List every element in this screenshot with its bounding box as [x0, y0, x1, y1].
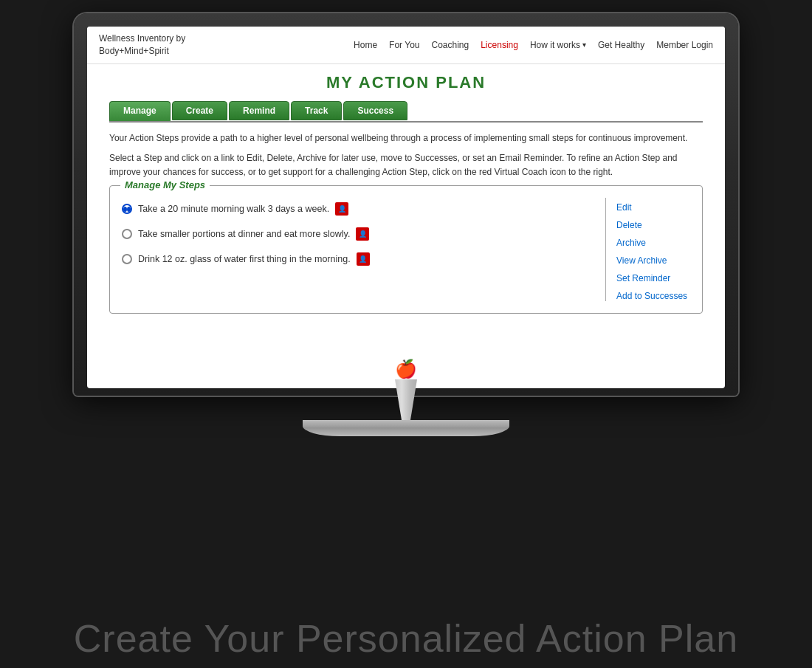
monitor-neck [369, 379, 443, 420]
monitor: Wellness Inventory by Body+Mind+Spirit H… [74, 13, 738, 436]
coach-icon-2[interactable]: 👤 [356, 227, 369, 241]
coach-icon-3[interactable]: 👤 [357, 252, 370, 266]
tab-manage[interactable]: Manage [109, 101, 171, 121]
main-content: MY ACTION PLAN Manage Create Remind Trac… [87, 64, 725, 323]
nav-coaching[interactable]: Coaching [431, 40, 469, 50]
tab-track[interactable]: Track [291, 101, 342, 120]
tab-create[interactable]: Create [172, 101, 227, 120]
step-radio-2[interactable] [122, 229, 132, 239]
nav-how-it-works[interactable]: How it works ▾ [530, 40, 586, 50]
web-content: Wellness Inventory by Body+Mind+Spirit H… [87, 27, 725, 388]
tab-navigation: Manage Create Remind Track Success [109, 101, 703, 123]
tab-remind[interactable]: Remind [229, 101, 289, 120]
nav-get-healthy[interactable]: Get Healthy [598, 40, 644, 50]
bottom-tagline: Create Your Personalized Action Plan [0, 616, 812, 668]
nav-licensing[interactable]: Licensing [481, 40, 518, 50]
monitor-stand: 🍎 [74, 396, 738, 436]
manage-steps-box: Manage My Steps Take a 20 minute morning… [109, 185, 703, 314]
list-item[interactable]: Take smaller portions at dinner and eat … [122, 227, 595, 241]
nav-for-you[interactable]: For You [389, 40, 419, 50]
action-edit[interactable]: Edit [616, 202, 690, 213]
action-view-archive[interactable]: View Archive [616, 255, 690, 266]
action-links: Edit Delete Archive View Archive Set Rem… [616, 198, 690, 301]
action-set-reminder[interactable]: Set Reminder [616, 273, 690, 283]
step-radio-3[interactable] [122, 254, 132, 264]
monitor-base [303, 420, 509, 436]
coach-icon-1[interactable]: 👤 [335, 202, 348, 216]
description-2: Select a Step and click on a link to Edi… [109, 151, 703, 179]
chevron-down-icon: ▾ [582, 41, 586, 49]
steps-list: Take a 20 minute morning walk 3 days a w… [122, 198, 595, 301]
nav-home[interactable]: Home [354, 40, 377, 50]
nav-member-login[interactable]: Member Login [656, 40, 713, 50]
page-title: MY ACTION PLAN [109, 73, 703, 92]
action-add-to-successes[interactable]: Add to Successes [616, 291, 690, 301]
step-text-3: Drink 12 oz. glass of water first thing … [138, 254, 351, 264]
monitor-screen: Wellness Inventory by Body+Mind+Spirit H… [87, 27, 725, 388]
action-divider [605, 198, 606, 301]
tab-success[interactable]: Success [343, 101, 407, 120]
description-1: Your Action Steps provide a path to a hi… [109, 131, 703, 145]
list-item[interactable]: Take a 20 minute morning walk 3 days a w… [122, 202, 595, 216]
navbar: Wellness Inventory by Body+Mind+Spirit H… [87, 27, 725, 64]
manage-legend: Manage My Steps [120, 179, 210, 190]
step-text-2: Take smaller portions at dinner and eat … [138, 229, 350, 239]
step-radio-1[interactable] [122, 204, 132, 214]
action-delete[interactable]: Delete [616, 220, 690, 230]
step-text-1: Take a 20 minute morning walk 3 days a w… [138, 204, 329, 214]
nav-links: Home For You Coaching Licensing How it w… [354, 40, 713, 50]
apple-logo-stand: 🍎 [395, 359, 417, 379]
monitor-bezel: Wellness Inventory by Body+Mind+Spirit H… [74, 13, 738, 396]
action-archive[interactable]: Archive [616, 238, 690, 248]
site-logo: Wellness Inventory by Body+Mind+Spirit [99, 32, 185, 58]
list-item[interactable]: Drink 12 oz. glass of water first thing … [122, 252, 595, 266]
manage-inner: Take a 20 minute morning walk 3 days a w… [122, 198, 690, 301]
